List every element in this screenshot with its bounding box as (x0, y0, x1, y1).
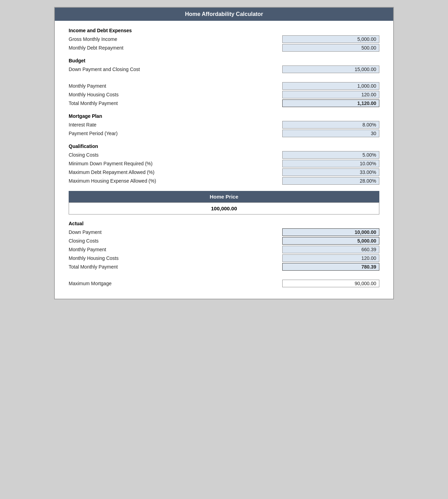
monthly-housing-costs-actual-row: Monthly Housing Costs 120.00 (69, 254, 379, 262)
debt-repayment-value[interactable]: 500.00 (282, 44, 379, 52)
min-down-payment-value[interactable]: 10.00% (282, 160, 379, 167)
header-title: Home Affordability Calculator (185, 11, 263, 17)
max-housing-expense-label: Maximum Housing Expense Allowed (%) (69, 178, 156, 184)
total-monthly-payment-actual-row: Total Monthly Payment 780.39 (69, 263, 379, 271)
closing-costs-qual-label: Closing Costs (69, 152, 98, 158)
down-payment-closing-row: Down Payment and Closing Cost 15,000.00 (69, 65, 379, 73)
down-payment-closing-value[interactable]: 15,000.00 (282, 65, 379, 73)
payment-period-label: Payment Period (Year) (69, 131, 118, 136)
total-monthly-payment-actual-label: Total Monthly Payment (69, 264, 118, 270)
closing-costs-qual-row: Closing Costs 5.00% (69, 151, 379, 159)
monthly-housing-costs-budget-row: Monthly Housing Costs 120.00 (69, 91, 379, 98)
payment-period-row: Payment Period (Year) 30 (69, 130, 379, 137)
income-debt-title: Income and Debt Expenses (69, 28, 379, 33)
total-monthly-payment-budget-row: Total Monthly Payment 1,120.00 (69, 99, 379, 107)
calculator-wrapper: Home Affordability Calculator Income and… (54, 7, 394, 299)
monthly-payment-budget-value[interactable]: 1,000.00 (282, 82, 379, 90)
monthly-housing-costs-actual-label: Monthly Housing Costs (69, 255, 119, 261)
calculator-content: Income and Debt Expenses Gross Monthly I… (55, 21, 393, 299)
gross-income-value[interactable]: 5,000.00 (282, 35, 379, 43)
payment-period-value[interactable]: 30 (282, 130, 379, 137)
monthly-payment-actual-row: Monthly Payment 660.39 (69, 246, 379, 253)
closing-costs-qual-value[interactable]: 5.00% (282, 151, 379, 159)
total-monthly-payment-budget-value[interactable]: 1,120.00 (282, 99, 379, 107)
interest-rate-value[interactable]: 8.00% (282, 121, 379, 129)
monthly-housing-costs-budget-label: Monthly Housing Costs (69, 92, 119, 97)
home-price-header: Home Price (69, 191, 379, 202)
home-price-value: 100,000.00 (69, 202, 379, 215)
debt-repayment-row: Monthly Debt Repayment 500.00 (69, 44, 379, 52)
down-payment-actual-row: Down Payment 10,000.00 (69, 228, 379, 236)
closing-costs-actual-value[interactable]: 5,000.00 (282, 237, 379, 245)
monthly-housing-costs-actual-value[interactable]: 120.00 (282, 254, 379, 262)
interest-rate-row: Interest Rate 8.00% (69, 121, 379, 129)
closing-costs-actual-label: Closing Costs (69, 238, 98, 244)
maximum-mortgage-row: Maximum Mortgage 90,000.00 (69, 280, 379, 287)
max-debt-repayment-value[interactable]: 33.00% (282, 168, 379, 176)
down-payment-actual-value[interactable]: 10,000.00 (282, 228, 379, 236)
budget-title: Budget (69, 58, 379, 63)
monthly-payment-actual-label: Monthly Payment (69, 247, 106, 252)
calculator-header: Home Affordability Calculator (55, 8, 393, 21)
mortgage-plan-section: Mortgage Plan Interest Rate 8.00% Paymen… (69, 113, 379, 137)
gross-income-label: Gross Monthly Income (69, 36, 117, 42)
qualification-section: Qualification Closing Costs 5.00% Minimu… (69, 143, 379, 185)
maximum-mortgage-value[interactable]: 90,000.00 (282, 280, 379, 287)
monthly-payment-actual-value[interactable]: 660.39 (282, 246, 379, 253)
monthly-payment-budget-row: Monthly Payment 1,000.00 (69, 82, 379, 90)
interest-rate-label: Interest Rate (69, 122, 96, 128)
max-housing-expense-row: Maximum Housing Expense Allowed (%) 28.0… (69, 177, 379, 185)
monthly-payment-budget-label: Monthly Payment (69, 83, 106, 89)
max-debt-repayment-row: Maximum Debt Repayment Allowed (%) 33.00… (69, 168, 379, 176)
maximum-mortgage-label: Maximum Mortgage (69, 281, 112, 286)
income-debt-section: Income and Debt Expenses Gross Monthly I… (69, 28, 379, 52)
max-housing-expense-value[interactable]: 28.00% (282, 177, 379, 185)
min-down-payment-label: Minimum Down Payment Required (%) (69, 161, 153, 166)
down-payment-closing-label: Down Payment and Closing Cost (69, 67, 140, 72)
actual-section: Actual Down Payment 10,000.00 Closing Co… (69, 221, 379, 271)
budget-section: Budget Down Payment and Closing Cost 15,… (69, 58, 379, 73)
closing-costs-actual-row: Closing Costs 5,000.00 (69, 237, 379, 245)
min-down-payment-row: Minimum Down Payment Required (%) 10.00% (69, 160, 379, 167)
down-payment-actual-label: Down Payment (69, 229, 102, 235)
gross-income-row: Gross Monthly Income 5,000.00 (69, 35, 379, 43)
monthly-housing-costs-budget-value[interactable]: 120.00 (282, 91, 379, 98)
total-monthly-payment-actual-value[interactable]: 780.39 (282, 263, 379, 271)
max-debt-repayment-label: Maximum Debt Repayment Allowed (%) (69, 169, 154, 175)
total-monthly-payment-budget-label: Total Monthly Payment (69, 100, 118, 106)
mortgage-plan-title: Mortgage Plan (69, 113, 379, 119)
actual-title: Actual (69, 221, 379, 226)
budget-monthly-section: Monthly Payment 1,000.00 Monthly Housing… (69, 82, 379, 107)
debt-repayment-label: Monthly Debt Repayment (69, 45, 123, 51)
qualification-title: Qualification (69, 143, 379, 149)
